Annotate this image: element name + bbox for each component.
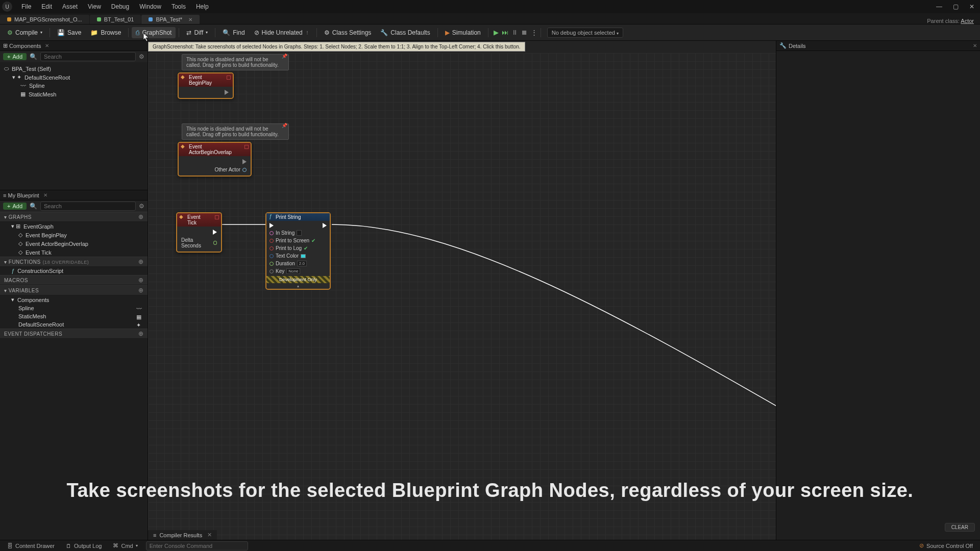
data-input-pin[interactable] <box>270 231 274 235</box>
compiler-results-tab[interactable]: ≡Compiler Results✕ <box>148 530 217 540</box>
debug-object-select[interactable]: No debug object selected ▾ <box>547 28 623 38</box>
output-log-button[interactable]: 🗒Output Log <box>63 542 105 550</box>
browse-button[interactable]: 📁Browse <box>86 27 125 38</box>
content-drawer-button[interactable]: 🗄Content Drawer <box>4 542 58 550</box>
exec-output-pin[interactable] <box>242 159 247 164</box>
data-input-pin[interactable] <box>270 254 274 258</box>
add-graph-button[interactable]: ⊕ <box>138 213 144 220</box>
menu-window[interactable]: Window <box>134 3 166 10</box>
add-button[interactable]: + Add <box>3 203 27 210</box>
data-input-pin[interactable] <box>270 246 274 251</box>
list-item[interactable]: ◇ Event BeginPlay <box>0 231 148 239</box>
category-macros[interactable]: MACROS⊕ <box>0 275 148 285</box>
components-search-input[interactable] <box>40 52 136 61</box>
save-button[interactable]: 💾Save <box>53 27 85 38</box>
components-tab[interactable]: ⊞ Components✕ <box>0 41 148 51</box>
pause-button[interactable]: ⏸ <box>511 29 518 36</box>
data-input-pin[interactable] <box>270 262 274 266</box>
tab-bt[interactable]: BT_Test_01 <box>90 15 141 24</box>
gear-icon[interactable]: ⚙ <box>139 53 144 60</box>
category-variables[interactable]: ▾ VARIABLES⊕ <box>0 285 148 295</box>
list-item[interactable]: ▾ Components <box>0 295 148 304</box>
compile-button[interactable]: ⚙Compile▾ <box>3 27 46 38</box>
event-tick-node[interactable]: ◆Event Tick Delta Seconds <box>176 212 222 253</box>
tab-map[interactable]: MAP_BPGScreenshot_O... <box>0 15 89 24</box>
pin-value[interactable] <box>297 230 302 236</box>
event-actorbeginoverlap-node[interactable]: ◆Event ActorBeginOverlap Other Actor <box>178 142 252 177</box>
event-beginplay-node[interactable]: ◆Event BeginPlay <box>178 72 234 99</box>
checkbox-checked-icon[interactable]: ✔ <box>304 245 308 251</box>
exec-output-pin[interactable] <box>213 230 217 235</box>
checkbox-checked-icon[interactable]: ✔ <box>311 238 315 243</box>
pin-value[interactable]: 2.0 <box>297 261 307 266</box>
class-settings-button[interactable]: ⚙Class Settings <box>320 27 376 38</box>
add-dispatcher-button[interactable]: ⊕ <box>138 330 144 337</box>
exec-input-pin[interactable] <box>270 223 274 228</box>
pin-value[interactable]: None <box>286 268 300 274</box>
cmd-dropdown[interactable]: ⌘Cmd ▾ <box>110 541 140 550</box>
close-icon[interactable]: ✕ <box>207 532 212 538</box>
diff-button[interactable]: ⇄Diff▾ <box>182 27 212 38</box>
data-input-pin[interactable] <box>270 239 274 243</box>
menu-debug[interactable]: Debug <box>106 3 134 10</box>
close-icon[interactable]: ✕ <box>45 43 49 48</box>
collapse-icon[interactable]: ▴ <box>266 283 330 289</box>
myblueprint-tab[interactable]: ≡ My Blueprint✕ <box>0 190 148 201</box>
clear-button[interactable]: CLEAR <box>945 523 975 532</box>
list-item[interactable]: DefaultSceneRoot✦ <box>0 320 148 329</box>
console-command-input[interactable] <box>146 541 248 550</box>
exec-output-pin[interactable] <box>323 223 327 228</box>
add-macro-button[interactable]: ⊕ <box>138 277 144 284</box>
data-output-pin[interactable] <box>242 168 247 172</box>
window-maximize-button[interactable]: ▢ <box>947 2 964 12</box>
category-dispatchers[interactable]: EVENT DISPATCHERS⊕ <box>0 329 148 339</box>
menu-edit[interactable]: Edit <box>36 3 57 10</box>
color-swatch[interactable] <box>301 254 306 258</box>
play-step-button[interactable]: ⏭ <box>502 29 508 36</box>
add-variable-button[interactable]: ⊕ <box>138 287 144 294</box>
delegate-pin[interactable] <box>244 145 249 149</box>
list-item[interactable]: ◇ Event ActorBeginOverlap <box>0 239 148 248</box>
hide-unrelated-button[interactable]: ⊘Hide Unrelated⋮ <box>250 27 313 38</box>
delegate-pin[interactable] <box>215 215 219 219</box>
myblueprint-search-input[interactable] <box>40 202 136 211</box>
exec-output-pin[interactable] <box>225 90 229 95</box>
print-string-node[interactable]: Print String In String Print to Screen ✔… <box>265 212 331 290</box>
play-button[interactable]: ▶ <box>494 29 499 36</box>
category-graphs[interactable]: ▾ GRAPHS⊕ <box>0 212 148 222</box>
add-component-button[interactable]: + Add <box>3 53 27 60</box>
graphshot-button[interactable]: ⎙GraphShot <box>132 27 176 38</box>
menu-tools[interactable]: Tools <box>166 3 191 10</box>
gear-icon[interactable]: ⚙ <box>139 203 144 210</box>
tree-row[interactable]: 〰 Spline <box>0 82 148 90</box>
delegate-pin[interactable] <box>227 76 231 80</box>
stop-button[interactable]: ⏹ <box>521 29 528 36</box>
close-icon[interactable]: ✕ <box>188 17 192 22</box>
details-tab[interactable]: 🔧Details✕ <box>776 41 980 51</box>
menu-help[interactable]: Help <box>191 3 214 10</box>
simulation-button[interactable]: ▶Simulation <box>441 27 485 38</box>
window-close-button[interactable]: ✕ <box>964 2 980 12</box>
close-icon[interactable]: ✕ <box>973 43 977 48</box>
menu-asset[interactable]: Asset <box>57 3 83 10</box>
list-item[interactable]: Spline〰 <box>0 304 148 312</box>
menu-file[interactable]: File <box>16 3 36 10</box>
parent-class-link[interactable]: Actor <box>961 18 974 24</box>
list-item[interactable]: StaticMesh▦ <box>0 312 148 320</box>
list-item[interactable]: ▾ ⊞ EventGraph <box>0 222 148 231</box>
play-options-button[interactable]: ⋮ <box>531 29 537 36</box>
data-input-pin[interactable] <box>270 269 274 273</box>
close-icon[interactable]: ✕ <box>43 192 47 198</box>
list-item[interactable]: ◇ Event Tick <box>0 248 148 257</box>
tree-row[interactable]: ⬭ BPA_Test (Self) <box>0 64 148 73</box>
tab-bpa[interactable]: BPA_Test*✕ <box>141 15 200 24</box>
window-minimize-button[interactable]: — <box>931 2 947 12</box>
category-functions[interactable]: ▾ FUNCTIONS(18 OVERRIDABLE)⊕ <box>0 257 148 267</box>
class-defaults-button[interactable]: 🔧Class Defaults <box>376 27 434 38</box>
add-function-button[interactable]: ⊕ <box>138 258 144 265</box>
data-output-pin[interactable] <box>213 241 217 245</box>
find-button[interactable]: 🔍Find <box>218 27 249 38</box>
source-control-button[interactable]: ⊘Source Control Off <box>916 541 976 550</box>
tree-row[interactable]: ▦ StaticMesh <box>0 90 148 98</box>
menu-view[interactable]: View <box>83 3 106 10</box>
